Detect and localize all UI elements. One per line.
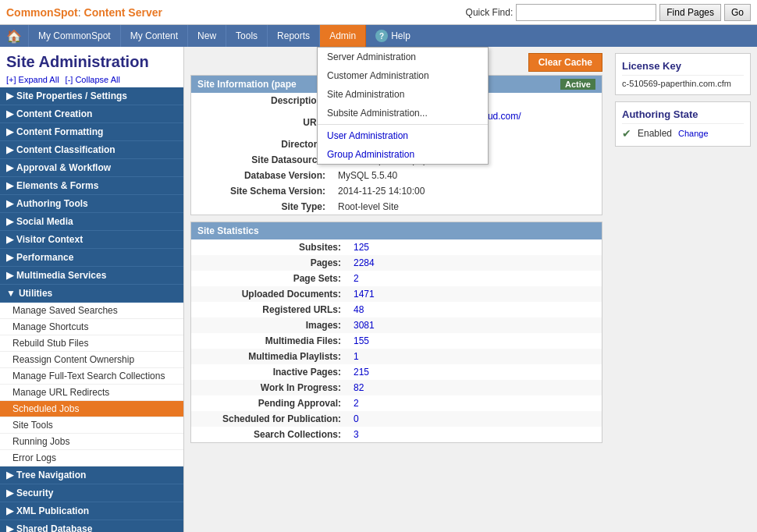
quick-find-input[interactable] — [516, 4, 656, 21]
stat-row-scheduled-pub: Scheduled for Publication: 0 — [191, 411, 602, 427]
stat-row-pagesets: Page Sets: 2 — [191, 271, 602, 286]
sidebar-item-manage-url-redirects[interactable]: Manage URL Redirects — [0, 385, 183, 401]
sidebar-item-running-jobs[interactable]: Running Jobs — [0, 434, 183, 450]
sidebar-item-scheduled-jobs[interactable]: Scheduled Jobs — [0, 401, 183, 417]
dropdown-site-admin[interactable]: Site Administration — [318, 85, 488, 104]
table-row: Site Schema Version: 2014-11-25 14:10:00 — [191, 183, 602, 199]
go-button[interactable]: Go — [724, 4, 751, 21]
sidebar-section-tree-navigation[interactable]: ▶ Tree Navigation — [0, 466, 183, 484]
dropdown-server-admin[interactable]: Server Administration — [318, 48, 488, 66]
sidebar-section-authoring-tools[interactable]: ▶ Authoring Tools — [0, 195, 183, 213]
arrow-icon: ▶ — [6, 270, 13, 281]
header: CommonSpot: Content Server Quick Find: F… — [0, 0, 757, 25]
sidebar-section-label: Social Media — [16, 216, 73, 227]
nav-admin[interactable]: Admin — [320, 25, 366, 47]
field-label: Directory: — [191, 137, 332, 152]
sidebar-section-label: Content Creation — [16, 108, 92, 119]
help-label: Help — [391, 30, 410, 41]
sidebar-section-label: XML Publication — [16, 505, 89, 516]
sidebar-section-utilities[interactable]: ▼ Utilities — [0, 285, 183, 303]
sidebar-section-elements-forms[interactable]: ▶ Elements & Forms — [0, 177, 183, 195]
arrow-icon: ▶ — [6, 523, 13, 532]
nav-tools[interactable]: Tools — [226, 25, 268, 47]
sidebar-section-site-properties[interactable]: ▶ Site Properties / Settings — [0, 87, 183, 105]
sidebar-section-content-formatting[interactable]: ▶ Content Formatting — [0, 123, 183, 141]
sidebar-section-label: Authoring Tools — [16, 198, 88, 209]
sidebar-item-manage-fulltext[interactable]: Manage Full-Text Search Collections — [0, 368, 183, 385]
sidebar-item-error-logs[interactable]: Error Logs — [0, 450, 183, 466]
stat-value: 1471 — [347, 286, 602, 302]
sidebar-item-rebuild-stub-files[interactable]: Rebuild Stub Files — [0, 335, 183, 352]
authoring-state-row: ✔ Enabled Change — [622, 127, 744, 140]
field-label: Site Datasource: — [191, 152, 332, 168]
check-icon: ✔ — [622, 127, 631, 140]
clear-cache-button[interactable]: Clear Cache — [528, 53, 602, 72]
home-nav-button[interactable]: 🏠 — [0, 25, 29, 47]
sidebar-section-multimedia[interactable]: ▶ Multimedia Services — [0, 267, 183, 285]
stat-row-multimedia-files: Multimedia Files: 155 — [191, 333, 602, 349]
app-logo: CommonSpot: Content Server — [6, 6, 162, 19]
change-authoring-state-link[interactable]: Change — [678, 129, 709, 138]
dropdown-group-admin[interactable]: Group Administration — [318, 145, 488, 164]
find-pages-button[interactable]: Find Pages — [659, 4, 721, 21]
arrow-icon: ▶ — [6, 198, 13, 209]
stat-row-registered-urls: Registered URLs: 48 — [191, 302, 602, 317]
dropdown-subsite-admin[interactable]: Subsite Administration... — [318, 104, 488, 122]
stat-label: Search Collections: — [191, 427, 347, 442]
arrow-icon: ▶ — [6, 216, 13, 227]
arrow-icon: ▶ — [6, 470, 13, 481]
stat-row-wip: Work In Progress: 82 — [191, 380, 602, 395]
expand-collapse-area: [+] Expand All [-] Collapse All — [0, 73, 183, 87]
sidebar-section-visitor-context[interactable]: ▶ Visitor Context — [0, 231, 183, 249]
arrow-icon: ▶ — [6, 234, 13, 245]
stat-label: Pending Approval: — [191, 395, 347, 411]
stat-value: 0 — [347, 411, 602, 427]
stat-value: 3081 — [347, 317, 602, 333]
nav-my-content[interactable]: My Content — [121, 25, 188, 47]
sidebar-section-performance[interactable]: ▶ Performance — [0, 249, 183, 267]
field-label: Site Type: — [191, 199, 332, 215]
page-title: Site Administration — [6, 53, 177, 71]
sidebar-section-content-classification[interactable]: ▶ Content Classification — [0, 141, 183, 159]
sidebar-section-label: Approval & Workflow — [16, 162, 111, 173]
arrow-icon: ▶ — [6, 180, 13, 191]
arrow-icon: ▶ — [6, 162, 13, 173]
stat-label: Images: — [191, 317, 347, 333]
dropdown-user-admin[interactable]: User Administration — [318, 126, 488, 145]
sidebar-item-manage-shortcuts[interactable]: Manage Shortcuts — [0, 319, 183, 335]
sidebar-section-shared-database[interactable]: ▶ Shared Database — [0, 520, 183, 532]
sidebar-item-manage-saved-searches[interactable]: Manage Saved Searches — [0, 303, 183, 319]
nav-new[interactable]: New — [188, 25, 226, 47]
sidebar-item-site-tools[interactable]: Site Tools — [0, 417, 183, 434]
stat-value: 3 — [347, 427, 602, 442]
sidebar-section-security[interactable]: ▶ Security — [0, 484, 183, 502]
stat-value: 125 — [347, 239, 602, 255]
sidebar-section-content-creation[interactable]: ▶ Content Creation — [0, 105, 183, 123]
collapse-all-link[interactable]: [-] Collapse All — [66, 75, 120, 84]
stat-value: 2284 — [347, 255, 602, 271]
dropdown-customer-admin[interactable]: Customer Administration — [318, 66, 488, 85]
nav-help[interactable]: ? Help — [366, 25, 420, 47]
sidebar-section-label: Shared Database — [16, 523, 92, 532]
stat-label: Multimedia Playlists: — [191, 349, 347, 364]
arrow-icon: ▶ — [6, 144, 13, 155]
stat-label: Multimedia Files: — [191, 333, 347, 349]
stat-label: Registered URLs: — [191, 302, 347, 317]
expand-all-link[interactable]: [+] Expand All — [6, 75, 59, 84]
sidebar-section-social-media[interactable]: ▶ Social Media — [0, 213, 183, 231]
license-key-value: c-510569-paperthin.com.cfm — [622, 79, 744, 88]
dropdown-separator — [318, 124, 488, 125]
stats-table: Subsites: 125 Pages: 2284 Page Sets: 2 U… — [191, 239, 602, 442]
nav-my-commonspot[interactable]: My CommonSpot — [29, 25, 121, 47]
stat-label: Work In Progress: — [191, 380, 347, 395]
quick-find-label: Quick Find: — [466, 7, 514, 18]
stat-label: Uploaded Documents: — [191, 286, 347, 302]
license-key-title: License Key — [622, 60, 744, 76]
sidebar-section-xml-publication[interactable]: ▶ XML Publication — [0, 502, 183, 520]
nav-reports[interactable]: Reports — [268, 25, 320, 47]
sidebar-item-reassign-content[interactable]: Reassign Content Ownership — [0, 352, 183, 368]
logo-text: CommonSpot: Content Server — [6, 6, 162, 19]
arrow-icon: ▶ — [6, 488, 13, 498]
sidebar-section-approval-workflow[interactable]: ▶ Approval & Workflow — [0, 159, 183, 177]
sidebar-section-label: Utilities — [19, 288, 52, 299]
